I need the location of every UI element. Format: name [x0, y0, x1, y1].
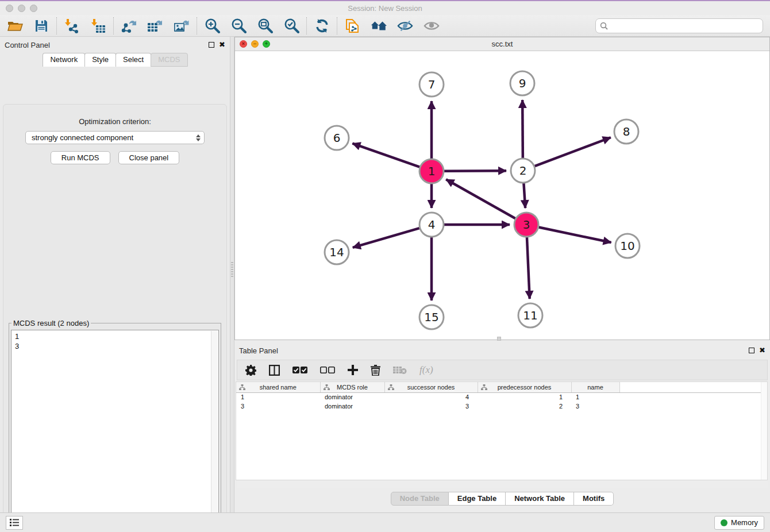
tab-edge-table[interactable]: Edge Table [449, 492, 506, 506]
splitter-handle-icon[interactable] [231, 262, 233, 277]
panel-splitter[interactable] [230, 37, 234, 512]
table-scrollbar[interactable] [761, 382, 767, 480]
graph-node-3[interactable]: 3 [514, 213, 538, 237]
cell-filler [619, 402, 763, 411]
hide-selected-eye-icon[interactable] [397, 18, 413, 34]
show-columns-icon[interactable] [269, 365, 280, 376]
column-header-predecessor-nodes[interactable]: predecessor nodes [478, 382, 571, 392]
edge-4-14[interactable] [353, 228, 419, 248]
zoom-selected-icon[interactable] [283, 18, 299, 34]
cell[interactable]: 3 [236, 402, 320, 411]
import-table-icon[interactable] [90, 18, 106, 34]
import-network-icon[interactable] [64, 18, 80, 34]
cell[interactable]: 4 [384, 392, 478, 402]
float-panel-icon[interactable] [209, 42, 214, 48]
search-input[interactable] [611, 21, 763, 30]
column-header-name[interactable]: name [571, 382, 619, 392]
network-canvas[interactable]: 7968124314101511 [235, 51, 769, 340]
cell[interactable]: 1 [478, 392, 571, 402]
cell[interactable]: dominator [320, 402, 384, 411]
cell[interactable]: dominator [320, 392, 384, 402]
column-header-MCDS-role[interactable]: MCDS role [320, 382, 384, 392]
graph-node-9[interactable]: 9 [510, 71, 534, 95]
equation-fx-icon[interactable]: f(x) [419, 364, 433, 376]
edge-1-2[interactable] [444, 171, 506, 171]
tab-mcds[interactable]: MCDS [151, 53, 187, 67]
close-panel-icon[interactable]: ✖ [219, 42, 225, 48]
cell[interactable]: 1 [236, 392, 320, 402]
deselect-all-icon[interactable] [320, 367, 335, 374]
edge-3-1[interactable] [446, 179, 515, 218]
tab-network-table[interactable]: Network Table [506, 492, 574, 506]
result-scrollbar[interactable] [211, 331, 218, 532]
column-header-shared-name[interactable]: shared name [236, 382, 320, 392]
edge-1-6[interactable] [352, 144, 419, 167]
zoom-out-icon[interactable] [230, 18, 247, 34]
show-all-eye-icon[interactable] [424, 18, 440, 34]
criterion-select[interactable]: strongly connected component [25, 131, 205, 144]
run-mcds-button[interactable]: Run MCDS [51, 151, 110, 164]
network-graph[interactable]: 7968124314101511 [235, 51, 769, 340]
graph-node-4[interactable]: 4 [419, 213, 444, 237]
edge-2-9[interactable] [522, 100, 523, 158]
table-panel: Table Panel ✖ f(x) shared name [234, 342, 770, 511]
graph-node-11[interactable]: 11 [518, 303, 542, 327]
select-all-icon[interactable] [292, 367, 307, 374]
node-table-body[interactable]: 1dominator4113dominator323 [236, 392, 763, 411]
window-resize-handle[interactable] [497, 337, 501, 341]
cell[interactable]: 1 [571, 392, 619, 402]
search-field[interactable] [595, 18, 763, 33]
node-table[interactable]: shared nameMCDS rolesuccessor nodesprede… [236, 381, 768, 480]
close-table-panel-icon[interactable]: ✖ [759, 348, 765, 353]
mcds-result-group: MCDS result (2 nodes) 1 3 [9, 319, 221, 532]
graph-node-15[interactable]: 15 [419, 305, 444, 329]
mcds-result-text[interactable]: 1 3 [11, 330, 219, 532]
column-header-successor-nodes[interactable]: successor nodes [384, 382, 478, 392]
export-network-icon[interactable] [121, 18, 137, 34]
home-icon[interactable] [371, 18, 387, 34]
cell[interactable]: 3 [384, 402, 478, 411]
memory-button[interactable]: Memory [714, 516, 764, 530]
edge-3-11[interactable] [527, 237, 530, 299]
zoom-in-icon[interactable] [204, 18, 220, 34]
delete-column-icon[interactable] [371, 365, 380, 376]
network-window-titlebar[interactable]: × − + scc.txt [235, 37, 769, 51]
cell[interactable]: 3 [571, 402, 619, 411]
tab-select[interactable]: Select [116, 53, 151, 67]
node-table-header[interactable]: shared nameMCDS rolesuccessor nodesprede… [236, 382, 763, 392]
table-hscroll-area[interactable] [237, 480, 768, 488]
export-image-icon[interactable] [174, 18, 190, 34]
tab-style[interactable]: Style [84, 53, 116, 67]
save-icon[interactable] [33, 18, 49, 34]
edge-2-8[interactable] [535, 137, 611, 166]
close-panel-button[interactable]: Close panel [118, 151, 180, 164]
refresh-icon[interactable] [314, 18, 330, 34]
tab-motifs[interactable]: Motifs [574, 492, 614, 506]
tab-network[interactable]: Network [43, 53, 85, 67]
export-table-icon[interactable] [147, 18, 163, 34]
graph-node-6[interactable]: 6 [325, 126, 349, 150]
graph-node-1[interactable]: 1 [419, 159, 444, 183]
table-row[interactable]: 3dominator323 [236, 402, 763, 411]
graph-node-10[interactable]: 10 [615, 234, 640, 258]
graph-node-2[interactable]: 2 [511, 159, 535, 183]
table-settings-icon[interactable] [245, 365, 256, 376]
clone-network-icon[interactable] [344, 18, 360, 34]
edge-3-10[interactable] [539, 228, 611, 243]
graph-node-14[interactable]: 14 [325, 240, 349, 264]
svg-text:2: 2 [519, 164, 527, 178]
graph-node-7[interactable]: 7 [419, 72, 444, 97]
open-folder-icon[interactable] [7, 18, 23, 34]
cell[interactable]: 2 [478, 402, 571, 411]
table-row[interactable]: 1dominator411 [236, 392, 763, 402]
memory-label: Memory [731, 518, 758, 527]
float-table-panel-icon[interactable] [749, 348, 754, 353]
edge-2-3[interactable] [523, 183, 525, 208]
mcds-tab-content: Optimization criterion: strongly connect… [3, 104, 227, 532]
zoom-fit-icon[interactable] [257, 18, 273, 34]
task-history-button[interactable] [6, 516, 23, 530]
destroy-table-icon[interactable] [393, 365, 407, 375]
graph-node-8[interactable]: 8 [614, 119, 638, 144]
tab-node-table[interactable]: Node Table [391, 492, 449, 506]
add-column-icon[interactable] [348, 365, 358, 375]
